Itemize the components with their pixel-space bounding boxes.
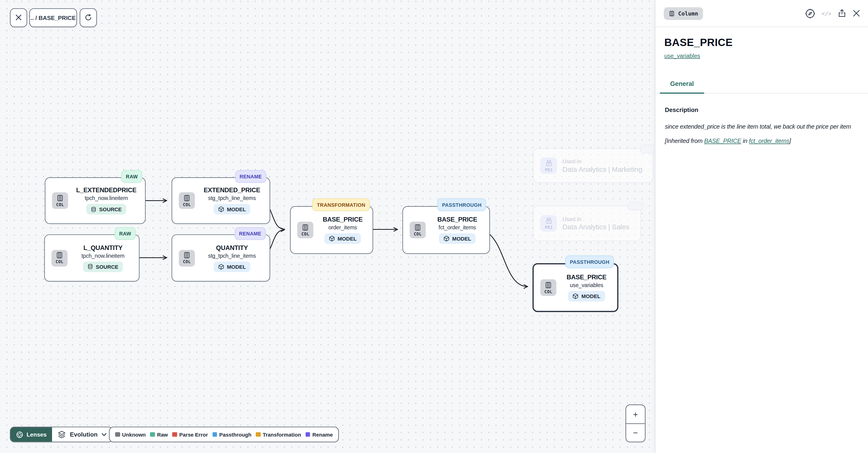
node-title: BASE_PRICE	[566, 274, 606, 280]
legend-label: Parse Error	[179, 431, 208, 437]
legend-swatch	[150, 432, 155, 437]
lens-badge: RAW	[115, 227, 136, 240]
legend-swatch	[115, 432, 120, 437]
kind-pill-label: MODEL	[452, 235, 471, 242]
kind-pill-label: SOURCE	[96, 263, 118, 270]
inherited-column-link[interactable]: BASE_PRICE	[704, 138, 741, 144]
legend-item: Passthrough	[212, 431, 252, 437]
col-chip-label: COL	[183, 259, 191, 264]
explore-compass-icon[interactable]	[805, 8, 815, 19]
legend-swatch	[212, 432, 217, 437]
column-type-chip: COL	[52, 192, 68, 209]
close-panel-icon[interactable]	[852, 9, 860, 17]
col-chip-label: COL	[414, 231, 422, 236]
node-subtitle: fct_order_items	[439, 224, 476, 230]
legend-swatch	[306, 432, 310, 437]
inherited-middle: in	[741, 138, 749, 144]
lens-badge: RENAME	[235, 170, 266, 183]
node-quantity[interactable]: RENAME COL QUANTITY stg_tpch_line_items …	[172, 234, 270, 282]
details-panel: Column </> BASE_PRICE use_variables Gene…	[655, 0, 868, 453]
breadcrumb[interactable]: .. / BASE_PRICE	[29, 8, 77, 27]
refresh-button[interactable]	[80, 8, 97, 27]
prj-chip-label: PRJ	[545, 225, 552, 230]
node-l-extendedprice[interactable]: RAW COL L_EXTENDEDPRICE tpch_now.lineite…	[45, 177, 146, 224]
legend-label: Rename	[312, 431, 333, 437]
legend-label: Unknown	[122, 431, 146, 437]
zoom-out-button[interactable]: −	[626, 424, 645, 442]
legend-item: Transformation	[256, 431, 301, 437]
columns-icon	[56, 252, 63, 259]
breadcrumb-label: .. / BASE_PRICE	[30, 14, 76, 21]
node-subtitle: stg_tpch_line_items	[208, 195, 256, 201]
used-in-node-marketing[interactable]: PRJ Used In Data Analytics | Marketing	[533, 148, 653, 183]
kind-pill-model: MODEL	[214, 261, 250, 272]
code-icon[interactable]: </>	[822, 10, 832, 17]
lenses-control-group: Lenses Evolution	[10, 427, 113, 442]
inherited-model-link[interactable]: fct_order_items	[749, 138, 789, 144]
description-heading: Description	[665, 106, 857, 113]
lenses-button[interactable]: Lenses	[10, 427, 52, 442]
aperture-icon	[16, 431, 23, 438]
lens-badge: PASSTHROUGH	[437, 198, 486, 211]
node-title: BASE_PRICE	[322, 216, 363, 223]
project-chip: PRJ	[540, 158, 557, 174]
node-subtitle: tpch_now.lineitem	[81, 252, 124, 258]
legend-label: Transformation	[263, 431, 301, 437]
columns-icon	[545, 281, 552, 288]
share-icon[interactable]	[838, 9, 846, 18]
node-subtitle: order_items	[328, 224, 357, 230]
cube-icon	[329, 235, 335, 242]
used-in-name: Data Analytics | Sales	[562, 223, 629, 231]
col-chip-label: COL	[56, 259, 63, 264]
kind-pill-label: MODEL	[338, 235, 356, 242]
description-body: since extended_price is the line item to…	[665, 122, 857, 132]
layers-icon	[58, 430, 66, 438]
cube-icon	[218, 263, 224, 270]
col-chip-label: COL	[183, 202, 191, 207]
col-chip-label: COL	[545, 289, 552, 294]
node-base-price-use-variables[interactable]: PASSTHROUGH COL BASE_PRICE use_variables…	[532, 263, 618, 312]
lens-badge: RENAME	[235, 227, 266, 240]
column-type-chip: COL	[179, 192, 195, 209]
kind-pill-label: SOURCE	[99, 206, 122, 212]
prj-chip-label: PRJ	[545, 167, 552, 172]
project-icon	[545, 217, 552, 224]
kind-pill-label: MODEL	[227, 206, 246, 212]
kind-pill-model: MODEL	[324, 233, 361, 244]
used-in-label: Used In	[562, 216, 629, 222]
tab-general[interactable]: General	[660, 80, 704, 94]
columns-icon	[183, 194, 190, 202]
chevron-down-icon	[101, 433, 107, 436]
inherited-suffix: ]	[789, 138, 791, 144]
node-extended-price[interactable]: RENAME COL EXTENDED_PRICE stg_tpch_line_…	[172, 177, 270, 224]
node-l-quantity[interactable]: RAW COL L_QUANTITY tpch_now.lineitem SOU…	[44, 234, 140, 282]
legend-label: Passthrough	[219, 431, 251, 437]
lenses-button-label: Lenses	[27, 431, 46, 438]
node-base-price-order-items[interactable]: TRANSFORMATION COL BASE_PRICE order_item…	[290, 206, 373, 254]
kind-pill-label: MODEL	[582, 293, 600, 299]
column-type-chip: COL	[52, 250, 67, 266]
kind-pill-model: MODEL	[214, 204, 250, 215]
node-title: EXTENDED_PRICE	[204, 187, 260, 193]
database-icon	[88, 264, 93, 270]
kind-pill-source: SOURCE	[83, 261, 123, 272]
node-subtitle: use_variables	[570, 282, 603, 288]
legend-item: Unknown	[115, 431, 146, 437]
project-chip: PRJ	[540, 215, 557, 232]
node-subtitle: tpch_now.lineitem	[85, 195, 128, 201]
close-graph-button[interactable]	[10, 8, 27, 27]
cube-icon	[443, 235, 450, 242]
database-icon	[91, 206, 97, 212]
panel-header: Column </>	[655, 0, 868, 27]
node-base-price-fct-order-items[interactable]: PASSTHROUGH COL BASE_PRICE fct_order_ite…	[402, 206, 490, 254]
model-link[interactable]: use_variables	[664, 52, 700, 59]
used-in-node-sales[interactable]: PRJ Used In Data Analytics | Sales	[533, 206, 641, 241]
zoom-controls: + −	[626, 405, 646, 443]
lens-selector[interactable]: Evolution	[52, 427, 113, 442]
zoom-in-button[interactable]: +	[626, 405, 645, 424]
legend-item: Raw	[150, 431, 168, 437]
node-subtitle: stg_tpch_line_items	[208, 252, 256, 258]
lens-badge: RAW	[121, 170, 142, 183]
legend-swatch	[256, 432, 260, 437]
lens-selected-label: Evolution	[70, 431, 97, 438]
